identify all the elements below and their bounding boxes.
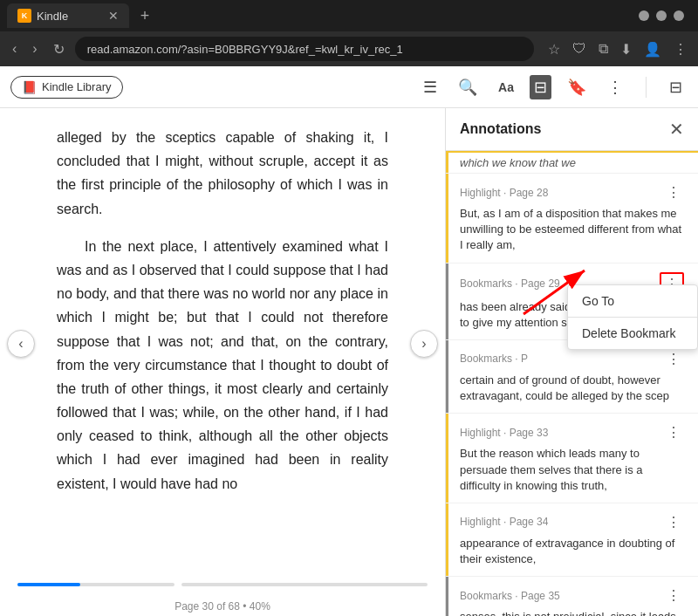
browser-chrome: K Kindle ✕ + ‹ › ↻ ☆ 🛡 ⧉ ⬇ 👤 ⋮ (0, 0, 698, 66)
bookmark-bar (446, 264, 448, 339)
annotation-meta: Highlight · Page 34 ⋮ (460, 512, 684, 532)
reading-column: alleged by the sceptics capable of shaki… (0, 108, 445, 616)
back-btn[interactable]: ‹ (7, 38, 22, 60)
annotation-type-page: Highlight · Page 28 (460, 187, 548, 199)
progress-container (0, 579, 445, 593)
shield-icon[interactable]: 🛡 (569, 39, 590, 59)
kindle-tab[interactable]: K Kindle ✕ (7, 3, 129, 28)
browser-menu-icon[interactable]: ⋮ (670, 39, 691, 59)
annotations-filter-icon[interactable]: ⊟ (664, 74, 688, 100)
list-item: Highlight · Page 33 ⋮ But the reason whi… (446, 414, 698, 503)
layout-icon[interactable]: ⊟ (530, 75, 551, 99)
reading-footer: Page 30 of 68 • 40% (0, 593, 445, 616)
highlight-bar (446, 414, 448, 503)
download-icon[interactable]: ⬇ (617, 39, 635, 59)
annotation-text: senses, this is not prejudicial, since i… (460, 609, 684, 616)
annotation-more-btn[interactable]: ⋮ (663, 182, 684, 202)
kindle-book-icon: 📕 (22, 80, 37, 94)
list-item: Bookmarks · Page 29 ⋮ has been already s… (446, 264, 698, 340)
tab-label: Kindle (37, 10, 68, 23)
toc-icon[interactable]: ☰ (418, 74, 442, 100)
annotation-label: Bookmarks · Page 35 (460, 590, 560, 602)
tab-close-btn[interactable]: ✕ (108, 9, 119, 23)
progress-bar (17, 583, 174, 586)
browser-toolbar-icons: ☆ 🛡 ⧉ ⬇ 👤 ⋮ (544, 39, 691, 59)
annotation-meta: Bookmarks · Page 35 ⋮ (460, 585, 684, 606)
star-icon[interactable]: ☆ (544, 39, 564, 59)
annotation-label: Highlight · Page 33 (460, 427, 548, 439)
search-icon[interactable]: 🔍 (453, 74, 482, 100)
annotation-meta: Highlight · Page 28 ⋮ (460, 182, 684, 202)
address-input[interactable] (75, 37, 534, 61)
window-controls (639, 10, 691, 21)
reload-btn[interactable]: ↻ (48, 38, 70, 61)
highlight-bar (446, 153, 448, 173)
annotation-label: Highlight · Page 28 (460, 187, 548, 199)
annotation-more-btn[interactable]: ⋮ (663, 512, 684, 532)
context-goto-btn[interactable]: Go To (568, 285, 697, 317)
highlight-bar (446, 174, 448, 263)
annotation-type-page: Bookmarks · P (460, 352, 528, 365)
library-label: Kindle Library (42, 80, 112, 93)
annotation-more-btn[interactable]: ⋮ (663, 422, 684, 442)
annotations-panel: Annotations ✕ which we know that we High… (445, 108, 698, 616)
highlight-bar (446, 503, 448, 576)
kindle-app: 📕 Kindle Library ☰ 🔍 Aa ⊟ 🔖 ⋮ ⊟ alleged … (0, 66, 698, 616)
annotation-label: Bookmarks · Page 29 (460, 277, 560, 290)
paragraph-2: In the next place, I attentively examine… (57, 235, 388, 496)
maximize-btn[interactable] (656, 10, 667, 21)
annotation-text: which we know that we (460, 156, 684, 169)
context-menu: Go To Delete Bookmark (567, 284, 698, 350)
annotation-text: But the reason which leads many to persu… (460, 446, 684, 494)
bookmark-add-icon[interactable]: 🔖 (562, 74, 592, 100)
annotation-type-page: Bookmarks · Page 29 (460, 277, 560, 290)
annotation-label: Bookmarks · P (460, 352, 528, 365)
list-item: Highlight · Page 34 ⋮ appearance of extr… (446, 503, 698, 577)
bookmark-bar (446, 577, 448, 616)
annotations-close-btn[interactable]: ✕ (669, 119, 684, 140)
tab-favicon: K (17, 9, 31, 23)
kindle-library-btn[interactable]: 📕 Kindle Library (10, 76, 123, 99)
font-size-icon[interactable]: Aa (493, 77, 519, 98)
prev-page-btn[interactable]: ‹ (7, 330, 35, 358)
paragraph-1: alleged by the sceptics capable of shaki… (57, 126, 388, 221)
progress-fill (17, 583, 80, 586)
annotations-header: Annotations ✕ (446, 108, 698, 151)
more-options-icon[interactable]: ⋮ (602, 74, 628, 100)
list-item: Bookmarks · Page 35 ⋮ senses, this is no… (446, 577, 698, 616)
address-bar: ‹ › ↻ ☆ 🛡 ⧉ ⬇ 👤 ⋮ (0, 31, 698, 66)
tab-bar: K Kindle ✕ + (0, 0, 698, 31)
kindle-content: alleged by the sceptics capable of shaki… (0, 108, 698, 616)
bookmark-bar (446, 340, 448, 413)
annotations-list: which we know that we Highlight · Page 2… (446, 151, 698, 616)
annotation-meta: Bookmarks · P ⋮ (460, 349, 684, 369)
annotation-more-btn[interactable]: ⋮ (663, 585, 684, 606)
context-delete-btn[interactable]: Delete Bookmark (568, 318, 697, 349)
minimize-btn[interactable] (639, 10, 649, 21)
close-btn[interactable] (674, 10, 684, 21)
extensions-icon[interactable]: ⧉ (595, 39, 612, 59)
kindle-toolbar: 📕 Kindle Library ☰ 🔍 Aa ⊟ 🔖 ⋮ ⊟ (0, 66, 698, 108)
annotation-text: appearance of extravagance in doubting o… (460, 536, 684, 567)
toolbar-divider (646, 77, 647, 98)
annotation-more-btn[interactable]: ⋮ (663, 349, 684, 369)
annotation-label: Highlight · Page 34 (460, 516, 548, 528)
list-item: which we know that we (446, 151, 698, 174)
page-info: Page 30 of 68 • 40% (174, 600, 270, 613)
next-page-btn[interactable]: › (410, 330, 438, 358)
progress-bar-right (181, 583, 428, 586)
reading-text: alleged by the sceptics capable of shaki… (57, 126, 388, 496)
annotation-text: certain and of ground of doubt, however … (460, 373, 684, 404)
list-item: Highlight · Page 28 ⋮ But, as I am of a … (446, 174, 698, 264)
new-tab-btn[interactable]: + (133, 3, 157, 28)
annotation-text: But, as I am of a disposition that makes… (460, 206, 684, 254)
list-item: Bookmarks · P ⋮ certain and of ground of… (446, 340, 698, 414)
forward-btn[interactable]: › (27, 38, 42, 60)
reading-area: alleged by the sceptics capable of shaki… (0, 108, 445, 579)
annotations-title: Annotations (460, 121, 541, 137)
annotation-meta: Highlight · Page 33 ⋮ (460, 422, 684, 442)
profile-icon[interactable]: 👤 (640, 39, 665, 59)
